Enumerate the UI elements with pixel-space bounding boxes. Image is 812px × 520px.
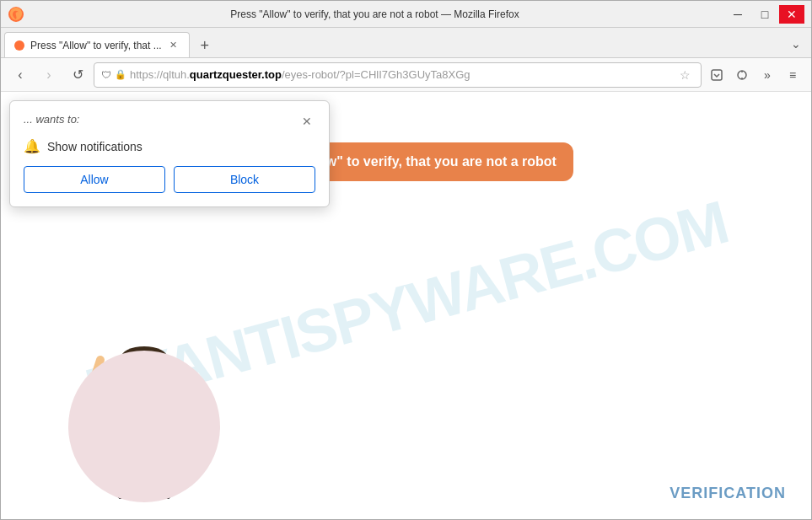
- back-button[interactable]: ‹: [8, 62, 33, 88]
- pocket-button[interactable]: [705, 63, 729, 87]
- tab-close-button[interactable]: ✕: [167, 39, 180, 52]
- tab-title: Press "Allow" to verify, that ...: [30, 40, 162, 51]
- title-bar: Press "Allow" to verify, that you are no…: [1, 1, 811, 28]
- extensions-button[interactable]: [730, 63, 754, 87]
- title-bar-controls: ─ □ ✕: [725, 5, 804, 24]
- popup-buttons: Allow Block: [24, 166, 315, 193]
- active-tab[interactable]: Press "Allow" to verify, that ... ✕: [4, 32, 190, 57]
- address-prefix: https://qltuh.: [130, 68, 190, 81]
- tab-favicon-icon: [13, 40, 25, 51]
- new-tab-button[interactable]: +: [193, 34, 217, 57]
- title-bar-title: Press "Allow" to verify, that you are no…: [24, 8, 725, 20]
- allow-button[interactable]: Allow: [24, 166, 165, 193]
- minimize-button[interactable]: ─: [725, 5, 750, 24]
- tab-list-button[interactable]: ⌄: [784, 32, 808, 56]
- nav-right-icons: » ≡: [705, 63, 804, 87]
- menu-button[interactable]: ≡: [781, 63, 804, 87]
- figure-circle: [68, 351, 220, 502]
- page-content: MYANTISPYWARE.COM Press "Allow" to verif…: [1, 92, 811, 519]
- character-illustration: [68, 297, 220, 502]
- nav-bar: ‹ › ↺ 🛡 🔒 https://qltuh.quartzquester.to…: [1, 58, 811, 92]
- address-domain: quartzquester.top: [190, 68, 282, 81]
- shield-icon: 🛡: [101, 69, 111, 81]
- firefox-logo-icon: [8, 6, 24, 23]
- browser-window: Press "Allow" to verify, that you are no…: [0, 0, 812, 520]
- popup-close-button[interactable]: ✕: [298, 113, 315, 130]
- svg-rect-2: [712, 70, 722, 80]
- verification-text: VERIFICATION: [669, 485, 786, 502]
- lock-icon: 🔒: [115, 69, 126, 80]
- svg-point-1: [14, 40, 24, 51]
- bell-icon: 🔔: [24, 138, 40, 154]
- notification-popup: ... wants to: ✕ 🔔 Show notifications All…: [9, 100, 330, 207]
- forward-button[interactable]: ›: [36, 62, 62, 88]
- reload-button[interactable]: ↺: [65, 62, 90, 88]
- address-suffix: /eyes-robot/?pl=CHlI7Gh3GUyTa8XGg: [282, 68, 471, 81]
- overflow-button[interactable]: »: [756, 63, 779, 87]
- tab-bar: Press "Allow" to verify, that ... ✕ + ⌄: [1, 28, 811, 58]
- popup-header: ... wants to: ✕: [24, 113, 315, 130]
- close-button[interactable]: ✕: [779, 5, 804, 24]
- block-button[interactable]: Block: [174, 166, 315, 193]
- address-text: https://qltuh.quartzquester.top/eyes-rob…: [130, 68, 673, 81]
- popup-permission-row: 🔔 Show notifications: [24, 138, 315, 154]
- address-bar[interactable]: 🛡 🔒 https://qltuh.quartzquester.top/eyes…: [94, 62, 702, 88]
- maximize-button[interactable]: □: [752, 5, 777, 24]
- permission-label: Show notifications: [47, 140, 143, 153]
- popup-wants-to-text: ... wants to:: [24, 113, 79, 126]
- bookmark-button[interactable]: ☆: [676, 68, 694, 82]
